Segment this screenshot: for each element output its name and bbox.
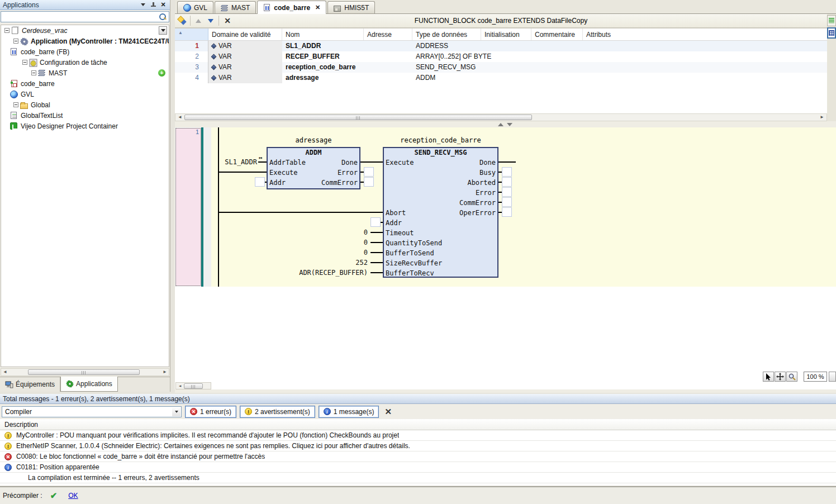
pin-output[interactable]: CommError (321, 178, 358, 188)
empty-operand-box[interactable] (370, 217, 381, 227)
tree-item-mast-task[interactable]: MAST + (1, 68, 169, 78)
tree-horizontal-scrollbar[interactable]: ◄ ► (1, 368, 169, 376)
combo-dropdown-icon[interactable] (172, 407, 180, 416)
message-row[interactable]: ! EtherNetIP Scanner, 1.0.0.4 (Schneider… (0, 441, 836, 451)
move-down-button[interactable] (205, 15, 216, 26)
empty-operand-box[interactable] (502, 187, 512, 197)
empty-operand-box[interactable] (255, 177, 265, 187)
empty-operand-box[interactable] (502, 207, 512, 217)
clear-messages-button[interactable]: ✕ (384, 407, 392, 417)
pan-tool-button[interactable] (775, 372, 786, 382)
expander-icon[interactable] (22, 60, 27, 65)
filter-warnings-button[interactable]: ! 2 avertissement(s) (240, 406, 315, 418)
tree-item-project[interactable]: Cerdeuse_vrac (1, 25, 169, 36)
pin-input[interactable]: BufferToRecv (386, 269, 434, 279)
operand-sl1-addr[interactable]: SL1_ADDR (219, 158, 257, 167)
expander-icon[interactable] (4, 28, 10, 33)
move-up-button[interactable] (193, 15, 204, 26)
zoom-menu-button[interactable] (829, 372, 836, 382)
column-header-name[interactable]: Nom (282, 28, 364, 40)
pin-input[interactable]: Addr (386, 218, 402, 229)
zoom-tool-button[interactable] (786, 372, 797, 382)
variable-row[interactable]: 2 VAR RECEP_BUFFER ARRAY[0..252] OF BYTE (175, 51, 827, 62)
tree-item-global-folder[interactable]: Global (1, 99, 169, 110)
scroll-right-icon[interactable]: ► (162, 369, 168, 375)
splitter-up-icon[interactable] (498, 123, 504, 126)
variable-row[interactable]: 4 VAR adressage ADDM (175, 73, 827, 83)
splitter-down-icon[interactable] (507, 123, 512, 126)
tree-item-application[interactable]: Application (MyController : TM241CEC24T/… (1, 36, 169, 46)
tab-applications[interactable]: Applications (60, 377, 118, 392)
pin-output[interactable]: Done (341, 158, 358, 168)
instance-label-adressage[interactable]: adressage (267, 136, 360, 145)
tab-equipements[interactable]: Équipements (0, 377, 60, 392)
expander-icon[interactable] (13, 39, 18, 44)
pin-output[interactable]: Error (338, 168, 358, 178)
tree-item-vijeo-container[interactable]: Vijeo Designer Project Container (1, 121, 169, 131)
tree-search-input[interactable] (2, 12, 153, 21)
column-header-address[interactable]: Adresse (364, 28, 412, 40)
tree-item-task-configuration[interactable]: Configuration de tâche (1, 57, 169, 68)
scroll-right-icon[interactable]: ► (819, 115, 825, 120)
fbd-editor[interactable]: 1 adressage reception_code_barre SL1_ADD… (175, 127, 836, 389)
pin-input[interactable]: BufferToSend (386, 249, 434, 259)
fbd-block-addm[interactable]: ADDM AddrTableDone ExecuteError AddrComm… (267, 147, 360, 189)
empty-operand-box[interactable] (502, 177, 512, 187)
operand-quantity-to-send[interactable]: 0 (312, 239, 368, 247)
fbd-block-send-recv-msg[interactable]: SEND_RECV_MSG ExecuteDone Busy Aborted E… (383, 147, 498, 278)
column-header-init[interactable]: Initialisation (481, 28, 531, 40)
tab-hmis5t[interactable]: HMIS5T (327, 1, 375, 13)
pin-input[interactable]: Execute (386, 158, 414, 168)
network-margin[interactable]: 1 (175, 128, 201, 286)
expander-icon[interactable] (31, 70, 36, 75)
fbd-canvas[interactable]: adressage reception_code_barre SL1_ADDR … (211, 127, 836, 287)
sort-column-header[interactable]: ▲ (175, 28, 208, 40)
pin-input[interactable]: SizeRecvBuffer (386, 259, 442, 269)
message-row[interactable]: ✕ C0080: Le bloc fonctionnel « code_barr… (0, 451, 836, 462)
insert-variable-button[interactable] (177, 15, 188, 26)
fbd-horizontal-scrollbar[interactable]: ◄ (175, 382, 211, 389)
column-header-type[interactable]: Type de données (412, 28, 481, 40)
operand-buffer-to-recv[interactable]: ADR(RECEP_BUFFER) (284, 269, 368, 277)
pin-input[interactable]: Execute (269, 168, 298, 178)
panel-menu-icon[interactable] (139, 2, 147, 8)
splitter-buttons[interactable] (498, 122, 515, 127)
select-tool-button[interactable] (763, 372, 774, 382)
delete-variable-button[interactable]: ✕ (222, 15, 233, 26)
scrollbar-thumb[interactable] (184, 115, 532, 120)
filter-errors-button[interactable]: ✕ 1 erreur(s) (185, 406, 236, 418)
precompile-ok-link[interactable]: OK (68, 492, 78, 500)
pin-input[interactable]: Addr (269, 178, 286, 188)
pin-input[interactable]: QuantityToSend (386, 239, 442, 249)
pin-input[interactable]: Timeout (386, 229, 414, 239)
instance-label-reception[interactable]: reception_code_barre (383, 136, 498, 145)
scroll-left-icon[interactable]: ◄ (2, 369, 8, 375)
pin-output[interactable]: Busy (479, 168, 496, 178)
operand-timeout[interactable]: 0 (312, 229, 368, 237)
panel-pin-icon[interactable] (149, 2, 157, 8)
scroll-left-icon[interactable]: ◄ (177, 383, 183, 389)
scrollbar-thumb[interactable] (184, 383, 203, 389)
textual-view-button[interactable] (827, 15, 836, 26)
message-row[interactable]: La compilation est terminée -- 1 erreurs… (0, 473, 836, 483)
tab-gvl[interactable]: GVL (177, 1, 213, 13)
variable-row[interactable]: 3 VAR reception_code_barre SEND_RECV_MSG (175, 62, 827, 73)
message-category-combobox[interactable]: Compiler (2, 406, 182, 417)
empty-operand-box[interactable] (364, 177, 374, 187)
pin-output[interactable]: CommError (459, 198, 496, 208)
zoom-level-display[interactable]: 100 % (804, 372, 827, 382)
tree-item-task-call-code-barre[interactable]: code_barre (1, 78, 169, 89)
operand-size-recv-buffer[interactable]: 252 (312, 259, 368, 267)
empty-operand-box[interactable] (502, 167, 512, 177)
pin-input[interactable]: AddrTable (269, 158, 306, 168)
message-row[interactable]: i C0181: Position apparentée (0, 462, 836, 473)
message-row[interactable]: ! MyController : POU manquant pour vérif… (0, 430, 836, 441)
scrollbar-thumb[interactable] (28, 369, 140, 375)
tree-item-gvl[interactable]: GVL (1, 89, 169, 99)
tabular-view-button[interactable] (827, 27, 836, 39)
pin-output[interactable]: Done (479, 158, 496, 168)
close-tab-icon[interactable]: ✕ (315, 4, 320, 11)
panel-close-icon[interactable]: ✕ (159, 2, 167, 8)
description-column-header[interactable]: Description (0, 419, 836, 430)
operand-buffer-to-send[interactable]: 0 (312, 249, 368, 257)
